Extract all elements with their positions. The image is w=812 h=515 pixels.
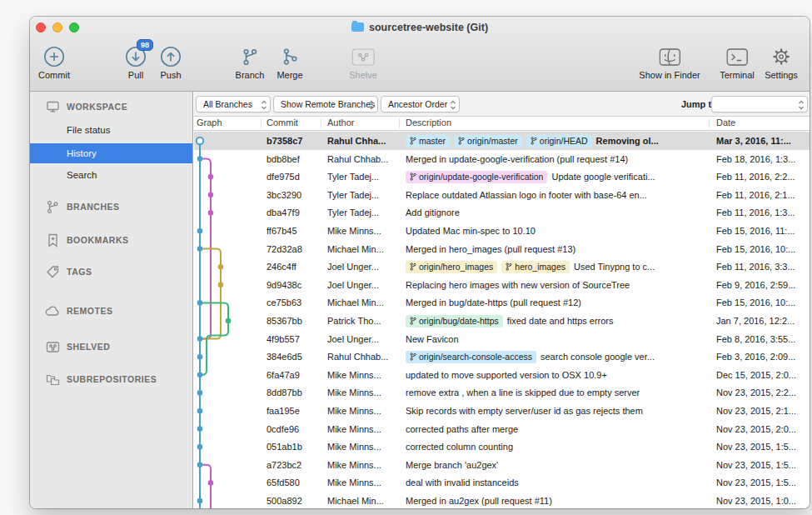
branch-button[interactable]: Branch — [236, 44, 265, 80]
sidebar-group-bookmarks[interactable]: BOOKMARKS — [30, 230, 192, 250]
settings-button[interactable]: Settings — [765, 44, 798, 80]
commit-date: Jan 7, 2016, 12:2... — [716, 312, 808, 330]
commit-row-4f9b557[interactable]: 4f9b557Joel Unger...New FaviconFeb 8, 20… — [194, 330, 810, 348]
commit-row-72d32a8[interactable]: 72d32a8Michael Min...Merged in hero_imag… — [194, 240, 810, 258]
commit-row-6fa47a9[interactable]: 6fa47a9Mike Minns...updated to move supp… — [194, 366, 810, 384]
sidebar: WORKSPACE File status History Search BRA… — [30, 92, 193, 508]
commit-hash: 72d32a8 — [267, 240, 323, 258]
commit-message: fixed date and https errors — [507, 312, 614, 330]
commit-author: Joel Unger... — [327, 330, 402, 348]
commit-row-0cdfe96[interactable]: 0cdfe96Mike Minns...corrected paths afte… — [194, 420, 810, 438]
commit-message: search console google ver... — [541, 348, 655, 366]
history-pane: All Branches Show Remote Branches Ancest… — [194, 92, 810, 508]
commit-button[interactable]: Commit — [38, 44, 70, 80]
commit-row-85367bb[interactable]: 85367bbPatrick Tho...origin/bug/date-htt… — [194, 312, 810, 330]
branch-label: origin/update-google-verification — [406, 171, 547, 183]
commit-message: Merged in bug/date-https (pull request #… — [406, 293, 581, 312]
jump-to-select[interactable] — [711, 96, 808, 112]
commit-author: Mike Minns... — [327, 456, 402, 474]
branch-label: origin/hero_images — [406, 261, 497, 273]
branch-scope-value: All Branches — [203, 99, 252, 109]
commit-message: Merged in hero_images (pull request #13) — [406, 240, 575, 258]
remote-branches-value: Show Remote Branches — [281, 99, 375, 109]
commit-message: Merge branch 'au2gex' — [406, 456, 498, 474]
commit-author: Tyler Tadej... — [327, 203, 402, 222]
commit-row-ce75b63[interactable]: ce75b63Michael Min...Merged in bug/date-… — [194, 293, 810, 312]
commit-author: Mike Minns... — [327, 438, 402, 456]
subrepositories-icon — [45, 372, 60, 386]
show-in-finder-button[interactable]: Show in Finder — [639, 44, 700, 80]
sidebar-item-search[interactable]: Search — [30, 165, 192, 185]
settings-button-label: Settings — [765, 70, 798, 80]
commit-description: origin/bug/date-httpsfixed date and http… — [406, 312, 713, 330]
commit-hash: ff67b45 — [267, 222, 323, 240]
sidebar-group-workspace-label: WORKSPACE — [67, 102, 127, 112]
sidebar-group-tags[interactable]: TAGS — [30, 262, 192, 282]
commit-row-a723bc2[interactable]: a723bc2Mike Minns...Merge branch 'au2gex… — [194, 456, 810, 474]
branch-button-label: Branch — [236, 70, 265, 80]
commit-row-8dd87bb[interactable]: 8dd87bbMike Minns...remove extra , when … — [194, 383, 810, 402]
stepper-icon — [261, 99, 267, 112]
push-button[interactable]: Push — [160, 44, 182, 80]
push-button-label: Push — [160, 70, 182, 80]
minimize-window-button[interactable] — [52, 22, 62, 32]
merge-button[interactable]: Merge — [276, 44, 302, 80]
column-header-date[interactable]: Date — [716, 118, 735, 128]
branch-label-text: origin/search-console-access — [419, 351, 532, 363]
sidebar-item-file-status[interactable]: File status — [30, 120, 192, 140]
commit-hash: 85367bb — [267, 312, 323, 330]
commit-description: Replacing hero images with new version o… — [406, 276, 713, 294]
branch-scope-select[interactable]: All Branches — [196, 96, 271, 112]
commit-row-bdb8bef[interactable]: bdb8befRahul Chhab...Merged in update-go… — [194, 150, 810, 168]
commit-row-051ab1b[interactable]: 051ab1bMike Minns...corrected column cou… — [194, 438, 810, 456]
commit-date: Nov 23, 2015, 2:1... — [716, 402, 808, 420]
pull-button-label: Pull — [125, 70, 147, 80]
sort-order-select[interactable]: Ancestor Order — [381, 96, 460, 112]
close-window-button[interactable] — [36, 22, 46, 32]
commit-hash: 384e6d5 — [267, 348, 323, 366]
stepper-icon — [368, 99, 375, 112]
zoom-window-button[interactable] — [69, 22, 79, 32]
commit-row-faa195e[interactable]: faa195eMike Minns...Skip records with em… — [194, 402, 810, 420]
shelve-icon — [351, 48, 375, 66]
search-label: Search — [67, 170, 97, 180]
pull-button[interactable]: 98 Pull — [125, 44, 147, 80]
branch-label-icon — [506, 262, 512, 271]
commit-row-b7358c7[interactable]: b7358c7Rahul Chha...masterorigin/mastero… — [194, 132, 810, 150]
commit-row-3bc3290[interactable]: 3bc3290Tyler Tadej...Replace outdated At… — [194, 186, 810, 204]
commit-message: Removing ol... — [596, 132, 659, 150]
commit-row-9d9438c[interactable]: 9d9438cJoel Unger...Replacing hero image… — [194, 276, 810, 294]
sidebar-group-workspace[interactable]: WORKSPACE — [30, 97, 192, 117]
column-header-author[interactable]: Author — [327, 118, 354, 128]
commit-row-384e6d5[interactable]: 384e6d5Rahul Chhab...origin/search-conso… — [194, 348, 810, 366]
commit-date: Dec 15, 2015, 2:0... — [716, 366, 808, 384]
commit-row-246c4ff[interactable]: 246c4ffJoel Unger...origin/hero_imageshe… — [194, 258, 810, 276]
commit-row-ff67b45[interactable]: ff67b45Mike Minns...Updated Mac min-spec… — [194, 222, 810, 240]
branch-label: master — [406, 135, 450, 148]
sidebar-item-history[interactable]: History — [30, 143, 192, 163]
sidebar-group-remotes[interactable]: REMOTES — [30, 301, 192, 321]
commit-author: Mike Minns... — [327, 473, 402, 492]
column-header-graph[interactable]: Graph — [197, 118, 222, 128]
sidebar-group-shelved[interactable]: SHELVED — [30, 337, 192, 357]
column-header-commit[interactable]: Commit — [267, 118, 298, 128]
shelve-button[interactable]: Shelve — [349, 44, 377, 80]
sidebar-group-branches[interactable]: BRANCHES — [30, 197, 192, 217]
commit-row-500a892[interactable]: 500a892Michael Min...Merged in au2gex (p… — [194, 492, 810, 508]
commit-date: Feb 11, 2016, 3:3... — [716, 258, 808, 276]
commit-author: Michael Min... — [327, 492, 402, 508]
commit-message: Updated Mac min-spec to 10.10 — [406, 222, 536, 240]
remote-branches-select[interactable]: Show Remote Branches — [273, 96, 378, 112]
commit-row-dfe975d[interactable]: dfe975dTyler Tadej...origin/update-googl… — [194, 168, 810, 186]
commit-description: origin/search-console-accesssearch conso… — [406, 348, 713, 366]
terminal-button-label: Terminal — [720, 70, 755, 80]
column-header-description[interactable]: Description — [406, 118, 451, 128]
sidebar-group-remotes-label: REMOTES — [67, 306, 112, 316]
commit-description: Replace outdated Atlassian logo in foote… — [406, 186, 713, 204]
commit-row-65fd580[interactable]: 65fd580Mike Minns...deal with invalid in… — [194, 473, 810, 492]
commit-message: corrected column counting — [406, 438, 513, 456]
terminal-button[interactable]: Terminal — [720, 44, 755, 80]
tag-icon — [45, 265, 60, 278]
commit-row-dba47f9[interactable]: dba47f9Tyler Tadej...Add gitignoreFeb 11… — [194, 203, 810, 222]
sidebar-group-subrepositories[interactable]: SUBREPOSITORIES — [30, 369, 192, 389]
